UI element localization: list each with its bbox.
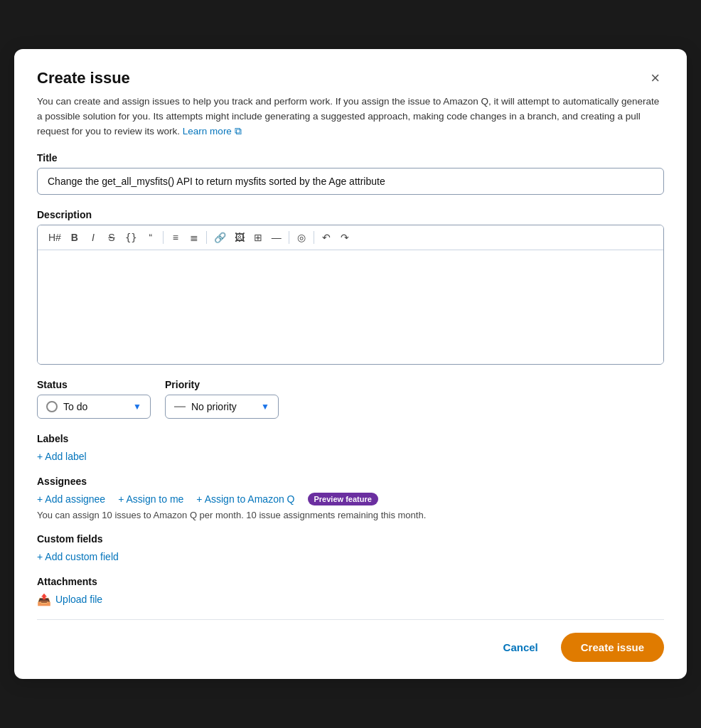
toolbar-strikethrough-btn[interactable]: S (103, 230, 120, 245)
toolbar-bold-btn[interactable]: B (66, 230, 83, 245)
toolbar-redo-btn[interactable]: ↷ (336, 230, 353, 245)
assignee-note: You can assign 10 issues to Amazon Q per… (37, 510, 664, 520)
toolbar-preview-btn[interactable]: ◎ (293, 230, 310, 245)
add-custom-field-button[interactable]: + Add custom field (37, 551, 119, 562)
toolbar-table-btn[interactable]: ⊞ (250, 230, 267, 245)
assignees-section: Assignees + Add assignee + Assign to me … (37, 476, 664, 520)
toolbar-link-btn[interactable]: 🔗 (210, 230, 230, 245)
description-editor[interactable] (38, 250, 663, 364)
toolbar-image-btn[interactable]: 🖼 (231, 230, 248, 245)
cancel-button[interactable]: Cancel (491, 634, 551, 660)
modal-intro-text: You can create and assign issues to help… (37, 95, 664, 139)
toolbar-undo-btn[interactable]: ↶ (318, 230, 335, 245)
toolbar-hr-btn[interactable]: — (268, 230, 285, 245)
create-issue-button[interactable]: Create issue (561, 633, 664, 662)
toolbar-divider-3 (289, 231, 289, 244)
toolbar-divider-1 (163, 231, 164, 244)
editor-container: H# B I S {} “ ≡ ≣ 🔗 🖼 ⊞ — ◎ (37, 225, 664, 365)
status-circle-icon (46, 401, 58, 412)
modal-overlay: Create issue × You can create and assign… (0, 0, 701, 728)
assign-to-me-button[interactable]: + Assign to me (118, 493, 183, 505)
title-input[interactable] (37, 168, 664, 195)
priority-dash-icon: — (174, 401, 186, 412)
toolbar-ordered-list-btn[interactable]: ≣ (186, 230, 203, 245)
upload-icon: 📤 (37, 593, 51, 606)
title-label: Title (37, 152, 664, 164)
add-assignee-button[interactable]: + Add assignee (37, 493, 105, 505)
toolbar-italic-btn[interactable]: I (85, 230, 102, 245)
upload-file-button[interactable]: 📤 Upload file (37, 593, 102, 606)
custom-fields-section: Custom fields + Add custom field (37, 533, 664, 563)
status-label: Status (37, 379, 151, 390)
assign-to-amazon-q-button[interactable]: + Assign to Amazon Q (196, 493, 294, 505)
upload-file-label: Upload file (55, 594, 102, 605)
status-field-group: Status To do ▼ (37, 379, 151, 419)
toolbar-divider-2 (206, 231, 207, 244)
attachments-label: Attachments (37, 576, 664, 587)
create-issue-modal: Create issue × You can create and assign… (14, 49, 687, 679)
assignees-row: + Add assignee + Assign to me + Assign t… (37, 493, 664, 505)
status-chevron-icon: ▼ (133, 402, 141, 412)
toolbar-code-btn[interactable]: {} (122, 230, 141, 245)
toolbar-heading-btn[interactable]: H# (45, 230, 65, 245)
learn-more-link[interactable]: Learn more ⧉ (183, 126, 242, 136)
priority-label: Priority (165, 379, 279, 390)
close-button[interactable]: × (646, 69, 664, 87)
priority-dropdown[interactable]: — No priority ▼ (165, 395, 279, 419)
description-section: Description H# B I S {} “ ≡ ≣ 🔗 🖼 ⊞ — (37, 209, 664, 365)
attachments-section: Attachments 📤 Upload file (37, 576, 664, 606)
priority-chevron-icon: ▼ (261, 402, 269, 412)
labels-label: Labels (37, 433, 664, 444)
status-priority-row: Status To do ▼ Priority — No priority ▼ (37, 379, 664, 419)
preview-feature-badge: Preview feature (308, 493, 378, 505)
modal-header: Create issue × (37, 69, 664, 87)
priority-field-group: Priority — No priority ▼ (165, 379, 279, 419)
editor-toolbar: H# B I S {} “ ≡ ≣ 🔗 🖼 ⊞ — ◎ (38, 225, 663, 250)
assignees-label: Assignees (37, 476, 664, 487)
toolbar-divider-4 (314, 231, 314, 244)
add-label-button[interactable]: + Add label (37, 451, 87, 462)
modal-footer: Cancel Create issue (37, 619, 664, 662)
priority-value: No priority (191, 401, 237, 412)
toolbar-unordered-list-btn[interactable]: ≡ (167, 230, 184, 245)
modal-title: Create issue (37, 69, 130, 87)
status-dropdown[interactable]: To do ▼ (37, 395, 151, 419)
status-value: To do (63, 401, 87, 412)
labels-section: Labels + Add label (37, 433, 664, 463)
toolbar-quote-btn[interactable]: “ (142, 230, 159, 245)
custom-fields-label: Custom fields (37, 533, 664, 545)
description-label: Description (37, 209, 664, 220)
